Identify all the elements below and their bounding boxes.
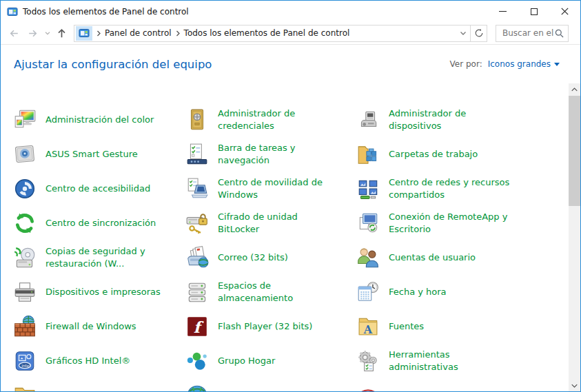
view-by-value: Iconos grandes [488,59,551,69]
item-centro-de-accesibilidad[interactable]: Centro de accesibilidad [13,172,185,206]
item-graficos-hd-intel[interactable]: Gráficos HD Intel® [13,344,185,378]
maximize-icon [531,8,538,15]
backup-restore-icon [13,246,37,269]
item-label: Cifrado de unidad BitLocker [218,211,340,236]
storage-spaces-icon [185,280,209,304]
breadcrumb-current[interactable]: Todos los elementos de Panel de control [183,28,351,38]
chevron-down-icon [44,30,51,37]
item-cuentas-de-usuario[interactable]: Cuentas de usuario [356,240,569,275]
scroll-down-button[interactable] [569,380,580,391]
homegroup-icon [185,349,209,373]
maximize-button[interactable] [518,1,549,22]
recent-pages-button[interactable] [42,24,52,43]
item-correo[interactable]: Correo (32 bits) [185,240,356,275]
remoteapp-icon [356,212,380,235]
item-label: Centro de movilidad de Windows [218,176,340,201]
fonts-icon [356,315,380,338]
taskbar-icon [185,143,209,166]
item-label: Fuentes [389,320,424,333]
user-accounts-icon [356,246,380,269]
item-partial-1[interactable] [13,378,185,391]
forward-button[interactable] [23,24,42,43]
intel-graphics-icon [13,349,37,373]
address-bar-location-icon-box[interactable] [76,26,92,41]
firewall-icon [13,315,37,338]
item-carpetas-de-trabajo[interactable]: Carpetas de trabajo [356,137,569,172]
close-button[interactable] [549,1,580,22]
scrollbar-thumb[interactable] [569,96,580,206]
item-partial-2[interactable] [185,378,356,391]
item-centro-de-redes[interactable]: Centro de redes y recursos compartidos [356,172,569,206]
minimize-icon [499,11,507,12]
item-espacios-de-almacenamiento[interactable]: Espacios de almacenamiento [185,275,356,309]
item-label: Copias de seguridad y restauración (W... [45,245,168,270]
breadcrumb-separator-icon [175,30,181,37]
item-herramientas-administrativas[interactable]: Herramientas administrativas [356,344,569,378]
item-fecha-y-hora[interactable]: Fecha y hora [356,275,569,309]
item-label: Firewall de Windows [45,320,136,333]
item-partial-3[interactable] [356,378,569,391]
item-label: Flash Player (32 bits) [218,320,312,333]
item-label: ASUS Smart Gesture [45,148,138,161]
devices-printers-icon [13,280,37,304]
item-label: Gráficos HD Intel® [45,355,130,367]
search-icon[interactable] [555,29,564,38]
flash-player-icon [185,315,209,338]
item-label: Fecha y hora [389,286,447,298]
search-box[interactable] [496,25,569,42]
admin-tools-icon [356,349,380,373]
item-centro-de-sincronizacion[interactable]: Centro de sincronización [13,206,185,240]
window-title: Todos los elementos de Panel de control [23,7,189,17]
mail-icon [185,246,209,269]
back-button[interactable] [5,24,23,43]
work-folders-icon [356,143,380,166]
vertical-scrollbar[interactable] [569,83,580,391]
touchpad-icon [13,143,37,166]
item-label: Centro de accesibilidad [45,183,150,195]
item-label: Carpetas de trabajo [389,148,478,161]
item-dispositivos-e-impresoras[interactable]: Dispositivos e impresoras [13,275,185,309]
item-label: Administrador de dispositivos [389,107,511,132]
minimize-button[interactable] [487,1,518,22]
item-label: Espacios de almacenamiento [218,280,340,305]
partial-signal-icon [356,384,380,391]
back-arrow-icon [8,28,20,39]
search-input[interactable] [502,28,555,38]
view-by-dropdown[interactable]: Iconos grandes [488,59,560,69]
address-bar[interactable]: Panel de control Todos los elementos de … [74,25,471,42]
item-label: Conexión de RemoteApp y Escritorio [389,211,511,236]
control-panel-window: Todos los elementos de Panel de control [0,0,581,392]
date-time-icon [356,280,380,304]
forward-arrow-icon [27,28,39,39]
item-grupo-hogar[interactable]: Grupo Hogar [185,344,356,378]
item-label: Barra de tareas y navegación [218,142,340,167]
item-administracion-del-color[interactable]: Administración del color [13,103,185,137]
address-dropdown-button[interactable] [459,29,467,37]
partial-globe-icon [185,384,209,391]
item-centro-de-movilidad[interactable]: Centro de movilidad de Windows [185,172,356,206]
scroll-up-button[interactable] [569,83,580,95]
credential-manager-icon [185,108,209,132]
item-cifrado-bitlocker[interactable]: Cifrado de unidad BitLocker [185,206,356,240]
item-conexion-remoteapp[interactable]: Conexión de RemoteApp y Escritorio [356,206,569,240]
item-barra-de-tareas[interactable]: Barra de tareas y navegación [185,137,356,172]
item-fuentes[interactable]: Fuentes [356,309,569,344]
control-panel-app-icon [7,6,18,17]
item-administrador-de-credenciales[interactable]: Administrador de credenciales [185,103,356,137]
item-asus-smart-gesture[interactable]: ASUS Smart Gesture [13,137,185,172]
item-label: Administrador de credenciales [218,107,340,132]
item-firewall-de-windows[interactable]: Firewall de Windows [13,309,185,344]
item-label: Centro de redes y recursos compartidos [389,176,511,201]
breadcrumb-root[interactable]: Panel de control [103,28,173,38]
item-flash-player[interactable]: Flash Player (32 bits) [185,309,356,344]
up-button[interactable] [52,24,71,43]
chevron-down-icon [571,384,578,388]
refresh-button[interactable] [470,25,487,42]
item-label: Dispositivos e impresoras [45,286,161,298]
item-label: Centro de sincronización [45,217,156,229]
item-administrador-de-dispositivos[interactable]: Administrador de dispositivos [356,103,569,137]
item-label: Herramientas administrativas [389,349,511,373]
item-copias-de-seguridad[interactable]: Copias de seguridad y restauración (W... [13,240,185,275]
item-label: Correo (32 bits) [218,251,288,264]
up-arrow-icon [56,28,68,39]
